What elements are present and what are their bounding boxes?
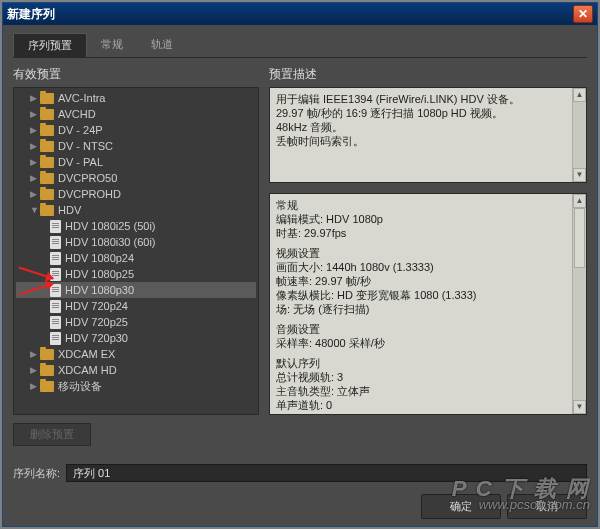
- preset-hdv1080p24[interactable]: HDV 1080p24: [16, 250, 256, 266]
- scroll-up-icon[interactable]: ▲: [573, 88, 586, 102]
- props-sample-rate: 采样率: 48000 采样/秒: [276, 336, 580, 350]
- folder-dvcprohd[interactable]: ▶DVCPROHD: [16, 186, 256, 202]
- preset-hdv720p30[interactable]: HDV 720p30: [16, 330, 256, 346]
- sequence-name-label: 序列名称:: [13, 466, 60, 481]
- folder-dvcpro50[interactable]: ▶DVCPRO50: [16, 170, 256, 186]
- props-general-header: 常规: [276, 198, 580, 212]
- folder-dvntsc[interactable]: ▶DV - NTSC: [16, 138, 256, 154]
- tab-general[interactable]: 常规: [87, 33, 137, 57]
- scroll-up-icon[interactable]: ▲: [573, 194, 586, 208]
- props-edit-mode: 编辑模式: HDV 1080p: [276, 212, 580, 226]
- scroll-down-icon[interactable]: ▼: [573, 168, 586, 182]
- scroll-thumb[interactable]: [574, 208, 585, 268]
- tab-bar: 序列预置 常规 轨道: [13, 33, 587, 58]
- preset-icon: [50, 236, 61, 249]
- scrollbar[interactable]: ▲ ▼: [572, 194, 586, 414]
- folder-avc-intra[interactable]: ▶AVC-Intra: [16, 90, 256, 106]
- props-frame-rate: 帧速率: 29.97 帧/秒: [276, 274, 580, 288]
- folder-mobile[interactable]: ▶移动设备: [16, 378, 256, 394]
- description-panel-title: 预置描述: [269, 66, 587, 83]
- folder-icon: [40, 381, 54, 392]
- preset-icon: [50, 316, 61, 329]
- preset-hdv720p25[interactable]: HDV 720p25: [16, 314, 256, 330]
- folder-icon: [40, 349, 54, 360]
- scroll-down-icon[interactable]: ▼: [573, 400, 586, 414]
- props-fields: 场: 无场 (逐行扫描): [276, 302, 580, 316]
- sequence-name-input[interactable]: [66, 464, 587, 482]
- delete-preset-button: 删除预置: [13, 423, 91, 446]
- folder-hdv[interactable]: ▼HDV: [16, 202, 256, 218]
- preset-hdv1080i30[interactable]: HDV 1080i30 (60i): [16, 234, 256, 250]
- folder-icon: [40, 141, 54, 152]
- preset-tree[interactable]: ▶AVC-Intra ▶AVCHD ▶DV - 24P ▶DV - NTSC ▶…: [13, 87, 259, 415]
- props-frame-size: 画面大小: 1440h 1080v (1.3333): [276, 260, 580, 274]
- preset-icon: [50, 220, 61, 233]
- folder-dv24p[interactable]: ▶DV - 24P: [16, 122, 256, 138]
- props-master-type: 主音轨类型: 立体声: [276, 384, 580, 398]
- preset-panel-title: 有效预置: [13, 66, 259, 83]
- desc-line: 用于编辑 IEEE1394 (FireWire/i.LINK) HDV 设备。: [276, 92, 580, 106]
- props-default-header: 默认序列: [276, 356, 580, 370]
- desc-line: 29.97 帧/秒的 16:9 逐行扫描 1080p HD 视频。: [276, 106, 580, 120]
- tab-tracks[interactable]: 轨道: [137, 33, 187, 57]
- props-video-header: 视频设置: [276, 246, 580, 260]
- props-video-tracks: 总计视频轨: 3: [276, 370, 580, 384]
- titlebar: 新建序列 ✕: [3, 3, 597, 25]
- props-pixel-ar: 像素纵横比: HD 变形宽银幕 1080 (1.333): [276, 288, 580, 302]
- ok-button[interactable]: 确定: [421, 494, 501, 519]
- folder-xdcamex[interactable]: ▶XDCAM EX: [16, 346, 256, 362]
- props-audio-header: 音频设置: [276, 322, 580, 336]
- close-button[interactable]: ✕: [573, 5, 593, 23]
- preset-icon: [50, 332, 61, 345]
- props-timebase: 时基: 29.97fps: [276, 226, 580, 240]
- preset-hdv720p24[interactable]: HDV 720p24: [16, 298, 256, 314]
- folder-icon: [40, 109, 54, 120]
- folder-dvpal[interactable]: ▶DV - PAL: [16, 154, 256, 170]
- folder-icon: [40, 173, 54, 184]
- props-mono-tracks: 单声道轨: 0: [276, 398, 580, 412]
- properties-box: 常规 编辑模式: HDV 1080p 时基: 29.97fps 视频设置 画面大…: [269, 193, 587, 415]
- desc-line: 48kHz 音频。: [276, 120, 580, 134]
- folder-avchd[interactable]: ▶AVCHD: [16, 106, 256, 122]
- preset-icon: [50, 300, 61, 313]
- tab-preset[interactable]: 序列预置: [13, 33, 87, 57]
- cancel-button[interactable]: 取消: [507, 494, 587, 519]
- folder-icon: [40, 125, 54, 136]
- folder-xdcamhd[interactable]: ▶XDCAM HD: [16, 362, 256, 378]
- folder-icon: [40, 157, 54, 168]
- folder-icon: [40, 189, 54, 200]
- scrollbar[interactable]: ▲ ▼: [572, 88, 586, 182]
- desc-line: 丢帧时间码索引。: [276, 134, 580, 148]
- preset-hdv1080i25[interactable]: HDV 1080i25 (50i): [16, 218, 256, 234]
- folder-icon: [40, 365, 54, 376]
- description-box: 用于编辑 IEEE1394 (FireWire/i.LINK) HDV 设备。 …: [269, 87, 587, 183]
- window-title: 新建序列: [7, 6, 573, 23]
- folder-icon: [40, 205, 54, 216]
- preset-icon: [50, 252, 61, 265]
- folder-icon: [40, 93, 54, 104]
